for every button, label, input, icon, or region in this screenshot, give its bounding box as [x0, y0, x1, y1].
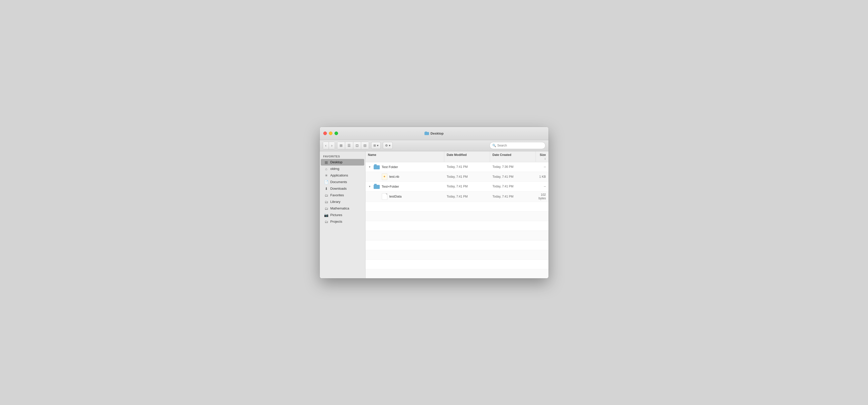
sidebar-item-label: Desktop	[331, 160, 343, 164]
library-folder-icon: 🗂	[324, 200, 329, 204]
arrange-dropdown-button[interactable]: ⊞ ▾	[371, 142, 381, 149]
file-name: Test+Folder	[382, 184, 399, 189]
favorites-folder-icon: 🗂	[324, 193, 329, 197]
date-modified-cell: Today, 7:41 PM	[444, 173, 490, 180]
icon-view-icon: ⊞	[340, 143, 343, 147]
sidebar-item-applications[interactable]: ✳ Applications	[321, 172, 364, 179]
col-header-size[interactable]: Size ↓	[536, 151, 549, 162]
sidebar-item-library[interactable]: 🗂 Library	[321, 199, 364, 205]
window-title-text: Desktop	[431, 132, 443, 135]
downloads-icon: ⬇	[324, 187, 329, 191]
sidebar-item-label: Documents	[331, 180, 347, 184]
cover-flow-icon: ⊟	[364, 143, 367, 147]
back-button[interactable]: ‹	[323, 142, 329, 149]
close-button[interactable]	[323, 132, 327, 135]
sidebar-item-label: Favorites	[331, 193, 344, 197]
window-title: Desktop	[425, 132, 443, 135]
home-icon: ⌂	[324, 167, 329, 171]
forward-button[interactable]: ›	[329, 142, 335, 149]
sidebar-item-oldmg[interactable]: ⌂ oldmg	[321, 166, 364, 172]
size-cell: --	[536, 183, 549, 190]
size-cell: 102 bytes	[536, 192, 549, 202]
sidebar-item-label: Projects	[331, 220, 342, 224]
sidebar-item-documents[interactable]: 📄 Documents	[321, 179, 364, 185]
empty-row	[366, 260, 549, 269]
table-row[interactable]: Test+Folder Today, 7:41 PM Today, 7:41 P…	[366, 182, 549, 192]
disclosure-triangle[interactable]	[368, 184, 372, 188]
arrange-icon: ⊞	[373, 144, 376, 147]
file-list-area: Name Date Modified Date Created Size ↓ T…	[366, 151, 549, 278]
action-chevron: ▾	[389, 144, 391, 147]
main-content: Favorites ▦ Desktop ⌂ oldmg ✳ Applicatio…	[320, 151, 549, 278]
column-view-button[interactable]: ⊡	[353, 142, 361, 149]
date-created-cell: Today, 7:41 PM	[490, 183, 536, 190]
col-header-date-modified[interactable]: Date Modified	[444, 151, 490, 162]
folder-icon	[374, 164, 380, 169]
sidebar-item-label: oldmg	[331, 167, 339, 171]
sidebar-item-label: Library	[331, 200, 341, 204]
size-cell: 1 KB	[536, 173, 549, 180]
date-modified-cell: Today, 7:41 PM	[444, 183, 490, 190]
empty-row	[366, 221, 549, 231]
empty-row	[366, 202, 549, 211]
sidebar-item-favorites[interactable]: 🗂 Favorites	[321, 192, 364, 199]
icon-view-button[interactable]: ⊞	[337, 142, 345, 149]
list-view-button[interactable]: ☰	[345, 142, 353, 149]
nav-button-group: ‹ ›	[323, 142, 335, 149]
applications-icon: ✳	[324, 173, 329, 177]
empty-row	[366, 250, 549, 260]
documents-icon: 📄	[324, 180, 329, 184]
sidebar-item-label: Downloads	[331, 187, 347, 191]
search-icon: 🔍	[492, 144, 496, 147]
search-input[interactable]	[497, 144, 542, 147]
arrange-chevron: ▾	[377, 144, 378, 147]
mathematica-folder-icon: 🗂	[324, 206, 329, 210]
nb-file-icon	[382, 173, 388, 180]
sidebar-item-label: Mathematica	[331, 206, 349, 210]
date-created-cell: Today, 7:41 PM	[490, 173, 536, 180]
toolbar: ‹ › ⊞ ☰ ⊡ ⊟ ⊞ ▾ ⚙ ▾ 🔍	[320, 140, 549, 151]
size-cell: --	[536, 164, 549, 170]
title-bar: Desktop	[320, 127, 549, 140]
disclosure-triangle[interactable]	[368, 165, 372, 169]
table-row[interactable]: test.nb Today, 7:41 PM Today, 7:41 PM 1 …	[366, 172, 549, 182]
folder-icon	[374, 184, 380, 189]
cover-flow-button[interactable]: ⊟	[361, 142, 369, 149]
sidebar-item-label: Pictures	[331, 213, 342, 217]
table-row[interactable]: testData Today, 7:41 PM Today, 7:41 PM 1…	[366, 192, 549, 202]
finder-window: Desktop ‹ › ⊞ ☰ ⊡ ⊟ ⊞ ▾ ⚙	[320, 127, 549, 278]
col-header-name[interactable]: Name	[366, 151, 444, 162]
file-name-cell: test.nb	[366, 172, 444, 181]
file-name: test.nb	[390, 175, 399, 178]
col-header-date-created[interactable]: Date Created	[490, 151, 536, 162]
search-bar: 🔍	[490, 142, 546, 149]
action-dropdown-button[interactable]: ⚙ ▾	[383, 142, 393, 149]
sidebar-item-downloads[interactable]: ⬇ Downloads	[321, 185, 364, 192]
file-name: testData	[390, 195, 402, 198]
sidebar-item-desktop[interactable]: ▦ Desktop	[321, 159, 364, 166]
pictures-icon: 📷	[324, 213, 329, 217]
date-created-cell: Today, 7:36 PM	[490, 164, 536, 170]
empty-row	[366, 211, 549, 221]
sidebar-section-header: Favorites	[320, 154, 365, 159]
generic-file-icon	[382, 193, 388, 200]
maximize-button[interactable]	[335, 132, 338, 135]
sidebar-item-label: Applications	[331, 173, 348, 177]
traffic-lights	[323, 132, 338, 135]
sidebar-item-pictures[interactable]: 📷 Pictures	[321, 212, 364, 218]
projects-folder-icon: 🗂	[324, 220, 329, 224]
file-name-cell: Test Folder	[366, 163, 444, 171]
date-created-cell: Today, 7:41 PM	[490, 193, 536, 200]
view-button-group: ⊞ ☰ ⊡ ⊟	[337, 142, 369, 149]
table-row[interactable]: Test Folder Today, 7:41 PM Today, 7:36 P…	[366, 162, 549, 172]
file-list-header: Name Date Modified Date Created Size ↓	[366, 151, 549, 162]
minimize-button[interactable]	[329, 132, 333, 135]
empty-row	[366, 240, 549, 250]
file-name: Test Folder	[382, 165, 398, 169]
sidebar-item-projects[interactable]: 🗂 Projects	[321, 218, 364, 225]
file-name-cell: testData	[366, 192, 444, 201]
title-folder-icon	[425, 132, 429, 135]
sidebar: Favorites ▦ Desktop ⌂ oldmg ✳ Applicatio…	[320, 151, 366, 278]
sidebar-item-mathematica[interactable]: 🗂 Mathematica	[321, 205, 364, 212]
desktop-icon: ▦	[324, 160, 329, 164]
